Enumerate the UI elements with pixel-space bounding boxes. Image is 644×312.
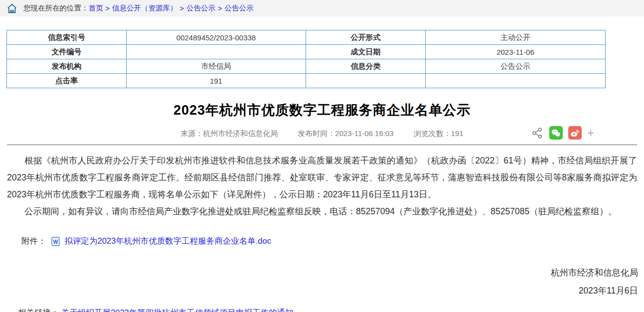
info-label-disclosure-form: 公开形式 xyxy=(306,30,426,45)
attachment-row: 附件： W 拟评定为2023年杭州市优质数字工程服务商企业名单.doc xyxy=(0,236,644,247)
info-value-file-number xyxy=(127,45,306,59)
breadcrumb-separator: > xyxy=(179,4,183,12)
article-body: 根据《杭州市人民政府办公厅关于印发杭州市推进软件和信息技术服务业高质量发展若干政… xyxy=(0,145,644,220)
info-label-category: 信息分类 xyxy=(306,59,426,74)
info-value-disclosure-form: 主动公开 xyxy=(426,30,606,45)
breadcrumb-separator: > xyxy=(106,4,110,12)
table-row: 发布机构 市经信局 信息分类 公告公示 xyxy=(7,59,606,74)
signature-block: 杭州市经济和信息化局 2023年11月6日 xyxy=(0,264,644,300)
table-row: 信息索引号 002489452/2023-00338 公开形式 主动公开 xyxy=(7,30,606,45)
weibo-share-icon[interactable] xyxy=(568,126,582,140)
article-meta: 来源：杭州市经济和信息化局 发布时间：2023-11-06 16:03 浏览次数… xyxy=(0,127,644,140)
info-label-publisher: 发布机构 xyxy=(7,59,127,74)
svg-text:W: W xyxy=(53,239,58,244)
meta-view-count: 浏览次数：191 xyxy=(414,129,464,139)
info-value-publisher: 市经信局 xyxy=(127,59,306,74)
paragraph: 根据《杭州市人民政府办公厅关于印发杭州市推进软件和信息技术服务业高质量发展若干政… xyxy=(7,152,637,203)
info-value-click-rate: 191 xyxy=(127,74,306,88)
breadcrumb-prefix: 您现在所在的位置： xyxy=(23,3,89,13)
attachment-label: 附件： xyxy=(21,236,46,247)
table-row: 文件编号 成文日期 2023-11-06 xyxy=(7,45,606,59)
page-title: 2023年杭州市优质数字工程服务商企业名单公示 xyxy=(0,101,644,119)
info-label-click-rate: 点击率 xyxy=(7,74,127,88)
signature-org: 杭州市经济和信息化局 xyxy=(0,264,638,282)
document-info-table: 信息索引号 002489452/2023-00338 公开形式 主动公开 文件编… xyxy=(6,30,606,88)
breadcrumb-item-announcements-current[interactable]: 公告公示 xyxy=(224,3,253,13)
info-label-issue-date: 成文日期 xyxy=(306,45,426,59)
home-icon[interactable] xyxy=(6,3,17,14)
wechat-share-icon[interactable] xyxy=(549,126,563,140)
related-links-label: 相关链接： xyxy=(18,308,59,312)
info-value-category: 公告公示 xyxy=(426,59,606,74)
signature-date: 2023年11月6日 xyxy=(0,282,638,300)
share-more-button[interactable]: + xyxy=(587,127,594,139)
breadcrumb: 您现在所在的位置： 首页 > 信息公开（资源库） > 公告公示 > 公告公示 xyxy=(0,0,644,16)
paragraph: 公示期间，如有异议，请向市经信局产业数字化推进处或驻局纪检监察组反映，电话：85… xyxy=(7,203,637,220)
table-row: 点击率 191 xyxy=(7,74,606,88)
info-value-empty xyxy=(426,74,606,88)
breadcrumb-item-home[interactable]: 首页 xyxy=(89,3,103,13)
meta-source: 来源：杭州市经济和信息化局 xyxy=(180,129,278,139)
info-label-empty xyxy=(306,74,426,88)
info-value-issue-date: 2023-11-06 xyxy=(426,45,606,59)
meta-publish-time: 发布时间：2023-11-06 16:03 xyxy=(298,129,393,139)
related-link[interactable]: 关于组织开展2023年第四批杭州市工信领域项目申报工作的通知 xyxy=(61,308,294,312)
attachment-link[interactable]: 拟评定为2023年杭州市优质数字工程服务商企业名单.doc xyxy=(65,236,271,247)
info-value-index-number: 002489452/2023-00338 xyxy=(127,30,306,45)
info-label-file-number: 文件编号 xyxy=(7,45,127,59)
share-toolbar: + xyxy=(531,126,594,140)
share-nodes-icon[interactable] xyxy=(531,127,544,140)
breadcrumb-item-info-disclosure[interactable]: 信息公开（资源库） xyxy=(112,3,177,13)
info-label-index-number: 信息索引号 xyxy=(7,30,127,45)
related-links-row: 相关链接： 关于组织开展2023年第四批杭州市工信领域项目申报工作的通知 xyxy=(0,308,644,312)
breadcrumb-item-announcements[interactable]: 公告公示 xyxy=(186,3,215,13)
word-doc-icon: W xyxy=(51,237,60,246)
breadcrumb-separator: > xyxy=(218,4,222,12)
